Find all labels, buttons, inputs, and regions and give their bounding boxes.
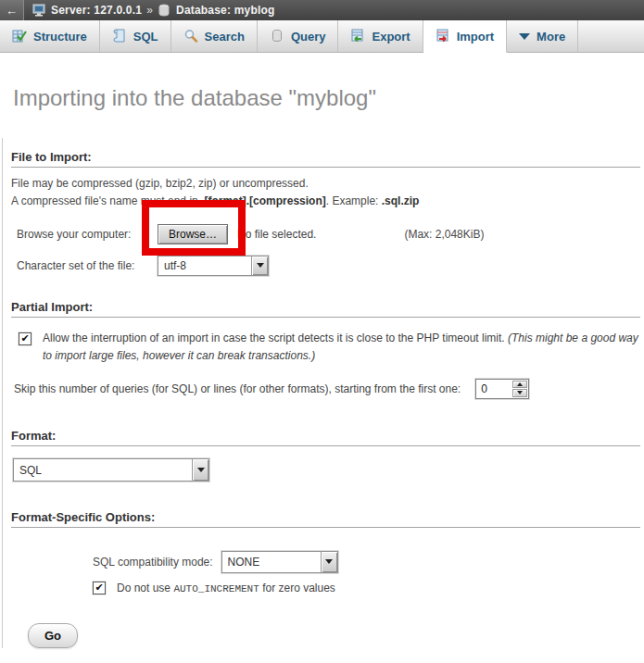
database-icon bbox=[158, 4, 171, 17]
format-selected-value: SQL bbox=[14, 464, 42, 477]
format-row: SQL bbox=[13, 458, 641, 482]
section-heading-format: Format: bbox=[11, 429, 640, 446]
example-token: .sql.zip bbox=[382, 194, 420, 207]
sql-compatibility-select[interactable]: NONE bbox=[221, 551, 338, 573]
server-icon bbox=[32, 4, 46, 17]
dropdown-arrow-icon[interactable] bbox=[321, 552, 337, 572]
breadcrumb-server[interactable]: Server: 127.0.0.1 bbox=[51, 4, 142, 17]
tab-label: Import bbox=[457, 30, 494, 44]
charset-row: Character set of the file: utf-8 bbox=[17, 254, 641, 277]
chevron-down-icon bbox=[519, 33, 530, 40]
allow-interruption-label: Allow the interruption of an import in c… bbox=[43, 330, 640, 365]
tab-label: Export bbox=[372, 30, 410, 44]
tab-search[interactable]: Search bbox=[171, 20, 258, 52]
auto-increment-code: AUTO_INCREMENT bbox=[173, 583, 259, 594]
stepper-buttons bbox=[512, 381, 527, 397]
tab-structure[interactable]: Structure bbox=[0, 20, 100, 52]
browse-row: Browse your computer: Browse… No file se… bbox=[17, 222, 641, 245]
auto-increment-checkbox[interactable] bbox=[93, 582, 106, 594]
sql-compatibility-label: SQL compatibility mode: bbox=[93, 556, 213, 569]
format-specific-options: SQL compatibility mode: NONE Do not use … bbox=[93, 550, 641, 594]
tab-query[interactable]: Query bbox=[258, 20, 339, 52]
tab-import[interactable]: Import bbox=[423, 20, 507, 53]
go-row: Go bbox=[28, 623, 641, 648]
allow-interruption-checkbox[interactable] bbox=[19, 332, 32, 345]
auto-increment-row: Do not use AUTO_INCREMENT for zero value… bbox=[93, 582, 641, 594]
format-compression-token: .[format].[compression] bbox=[201, 194, 326, 207]
tab-label: SQL bbox=[133, 30, 158, 44]
charset-selected-value: utf-8 bbox=[158, 259, 186, 272]
breadcrumb: Server: 127.0.0.1 » Database: myblog bbox=[24, 0, 275, 20]
query-icon bbox=[270, 29, 284, 44]
export-icon bbox=[350, 29, 365, 44]
dropdown-arrow-icon[interactable] bbox=[251, 256, 268, 275]
page-title: Importing into the database "myblog" bbox=[13, 85, 641, 111]
structure-icon bbox=[12, 29, 27, 44]
charset-label: Character set of the file: bbox=[17, 259, 158, 272]
import-content: Importing into the database "myblog" Fil… bbox=[0, 85, 644, 648]
back-arrow-icon: ← bbox=[6, 4, 18, 18]
max-size-note: (Max: 2,048KiB) bbox=[404, 228, 484, 241]
sql-icon bbox=[112, 29, 127, 44]
phpmyadmin-import-page: ← Server: 127.0.0.1 » Database: myblog S… bbox=[0, 0, 644, 663]
breadcrumb-separator: » bbox=[146, 4, 153, 17]
skip-queries-value: 0 bbox=[476, 380, 511, 398]
tab-label: Search bbox=[205, 30, 245, 44]
charset-select[interactable]: utf-8 bbox=[158, 256, 269, 276]
dropdown-arrow-icon[interactable] bbox=[192, 459, 208, 481]
browse-button[interactable]: Browse… bbox=[158, 224, 228, 244]
section-heading-file-to-import: File to Import: bbox=[11, 150, 640, 168]
section-heading-partial-import: Partial Import: bbox=[11, 300, 640, 318]
back-button[interactable]: ← bbox=[0, 0, 24, 20]
skip-queries-label: Skip this number of queries (for SQL) or… bbox=[14, 382, 461, 395]
tab-label: Query bbox=[291, 30, 326, 44]
sql-compatibility-value: NONE bbox=[222, 556, 260, 569]
go-button[interactable]: Go bbox=[28, 623, 78, 648]
left-divider bbox=[2, 138, 3, 648]
tab-label: More bbox=[537, 30, 565, 44]
tab-export[interactable]: Export bbox=[338, 20, 423, 52]
browse-label: Browse your computer: bbox=[17, 228, 158, 241]
skip-queries-row: Skip this number of queries (for SQL) or… bbox=[14, 377, 641, 400]
allow-interruption-row: Allow the interruption of an import in c… bbox=[19, 330, 641, 365]
skip-queries-stepper[interactable]: 0 bbox=[475, 379, 529, 399]
compression-line2: A compressed file's name must end in .[f… bbox=[11, 193, 641, 210]
format-select[interactable]: SQL bbox=[13, 458, 209, 482]
tab-more[interactable]: More bbox=[507, 20, 578, 52]
no-file-selected-text: No file selected. bbox=[237, 228, 316, 241]
import-icon bbox=[436, 29, 450, 44]
compression-note: File may be compressed (gzip, bzip2, zip… bbox=[11, 175, 641, 210]
tab-label: Structure bbox=[33, 30, 87, 44]
sql-compatibility-row: SQL compatibility mode: NONE bbox=[93, 550, 641, 573]
tab-sql[interactable]: SQL bbox=[100, 20, 171, 52]
breadcrumb-bar: ← Server: 127.0.0.1 » Database: myblog bbox=[0, 0, 644, 20]
search-icon bbox=[183, 29, 198, 44]
breadcrumb-database[interactable]: Database: myblog bbox=[176, 4, 275, 17]
compression-line1: File may be compressed (gzip, bzip2, zip… bbox=[11, 175, 641, 193]
section-heading-format-specific: Format-Specific Options: bbox=[11, 510, 640, 528]
auto-increment-label: Do not use AUTO_INCREMENT for zero value… bbox=[117, 582, 335, 594]
stepper-up-button[interactable] bbox=[512, 381, 527, 389]
tab-bar: Structure SQL Search Query Export bbox=[0, 20, 644, 53]
stepper-down-button[interactable] bbox=[512, 389, 527, 397]
